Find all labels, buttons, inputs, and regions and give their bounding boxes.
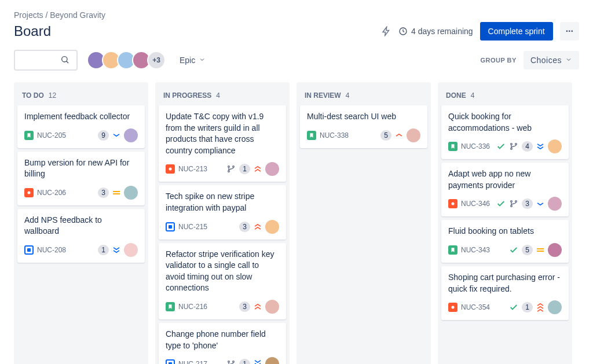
issue-title: Shoping cart purchasing error - quick fi… xyxy=(448,272,562,295)
search-input-wrapper[interactable] xyxy=(14,50,78,71)
epic-filter-dropdown[interactable]: Epic xyxy=(175,52,210,68)
svg-point-3 xyxy=(169,168,172,171)
more-actions-button[interactable]: ··· xyxy=(560,22,579,41)
priority-icon xyxy=(536,203,544,205)
story-issue-icon xyxy=(166,302,175,311)
assignee-avatar[interactable] xyxy=(265,300,279,314)
priority-icon xyxy=(254,304,262,310)
avatar-overflow-button[interactable]: +3 xyxy=(147,51,166,69)
issue-key: NUC-208 xyxy=(37,246,66,254)
assignee-avatar[interactable] xyxy=(407,128,420,142)
search-input[interactable] xyxy=(20,56,60,65)
column-title: DONE xyxy=(446,91,466,100)
priority-icon xyxy=(112,134,120,137)
story-points-badge: 5 xyxy=(522,245,533,255)
assignee-avatar[interactable] xyxy=(265,357,279,364)
column-count: 12 xyxy=(49,91,56,100)
assignee-avatar[interactable] xyxy=(548,139,562,153)
complete-sprint-button[interactable]: Complete sprint xyxy=(480,22,553,41)
assignee-avatar[interactable] xyxy=(548,243,562,257)
issue-card[interactable]: Multi-dest search UI webNUC-3385 xyxy=(300,105,427,148)
breadcrumb: Projects / Beyond Gravity xyxy=(14,10,579,20)
issue-title: Fluid booking on tablets xyxy=(448,226,562,237)
svg-point-14 xyxy=(511,201,513,203)
branch-icon xyxy=(226,164,236,174)
issue-card[interactable]: Change phone number field type to 'phone… xyxy=(159,323,286,364)
issue-title: Add NPS feedback to wallboard xyxy=(24,215,138,237)
column-title: TO DO xyxy=(22,91,44,100)
svg-point-16 xyxy=(515,201,517,203)
story-points-badge: 3 xyxy=(522,198,533,209)
task-issue-icon xyxy=(24,245,34,255)
story-issue-icon xyxy=(24,131,34,140)
time-remaining: 4 days remaining xyxy=(398,27,473,36)
epic-filter-label: Epic xyxy=(180,56,195,65)
kanban-board: TO DO12Implement feedback collectorNUC-2… xyxy=(14,82,579,364)
priority-icon xyxy=(112,190,120,196)
filter-row: +3 Epic GROUP BY Choices xyxy=(14,50,579,71)
issue-card[interactable]: Tech spike on new stripe integration wit… xyxy=(159,185,286,239)
issue-card[interactable]: Update T&C copy with v1.9 from the write… xyxy=(159,105,286,182)
page-header: Board 4 days remaining Complete sprint ·… xyxy=(14,22,579,41)
column-header: TO DO12 xyxy=(17,88,145,105)
bug-issue-icon xyxy=(166,164,175,174)
branch-icon xyxy=(226,359,236,364)
group-by-label: GROUP BY xyxy=(480,57,516,64)
issue-title: Quick booking for accommodations - web xyxy=(448,111,562,134)
check-icon xyxy=(509,303,518,312)
assignee-avatar[interactable] xyxy=(265,220,279,234)
svg-point-5 xyxy=(228,171,230,172)
chevron-down-icon xyxy=(565,56,572,65)
header-actions: 4 days remaining Complete sprint ··· xyxy=(381,22,579,41)
issue-key: NUC-217 xyxy=(178,360,207,364)
board-column: IN PROGRESS4Update T&C copy with v1.9 fr… xyxy=(155,82,290,364)
svg-point-4 xyxy=(228,166,230,168)
page-title: Board xyxy=(14,23,51,39)
column-count: 4 xyxy=(471,91,475,100)
issue-key: NUC-346 xyxy=(461,200,490,208)
issue-title: Tech spike on new stripe integration wit… xyxy=(166,191,279,214)
issue-card[interactable]: Add NPS feedback to wallboardNUC-2081 xyxy=(17,209,145,263)
story-points-badge: 5 xyxy=(380,130,391,141)
issue-card[interactable]: Adapt web app no new payments providerNU… xyxy=(441,163,569,216)
issue-key: NUC-354 xyxy=(461,303,490,311)
assignee-filter-avatars: +3 xyxy=(87,51,166,69)
breadcrumb-child[interactable]: Beyond Gravity xyxy=(50,10,105,20)
bug-issue-icon xyxy=(24,188,34,197)
assignee-avatar[interactable] xyxy=(124,186,138,200)
issue-key: NUC-338 xyxy=(320,131,349,139)
priority-icon xyxy=(395,134,403,137)
story-points-badge: 3 xyxy=(98,187,109,198)
check-icon xyxy=(496,142,506,151)
bolt-icon[interactable] xyxy=(381,26,391,36)
group-by-control: GROUP BY Choices xyxy=(480,51,579,69)
breadcrumb-parent[interactable]: Projects xyxy=(14,10,43,20)
svg-point-17 xyxy=(452,306,455,309)
assignee-avatar[interactable] xyxy=(548,197,562,211)
svg-point-2 xyxy=(28,191,31,194)
column-header: DONE4 xyxy=(441,88,569,105)
story-points-badge: 4 xyxy=(522,141,533,152)
group-by-select[interactable]: Choices xyxy=(524,51,579,69)
svg-point-9 xyxy=(233,361,235,363)
issue-card[interactable]: Implement feedback collectorNUC-2059 xyxy=(17,105,145,148)
bug-issue-icon xyxy=(448,199,457,208)
issue-card[interactable]: Bump version for new API for billingNUC-… xyxy=(17,152,145,205)
assignee-avatar[interactable] xyxy=(265,162,279,176)
svg-point-11 xyxy=(511,148,513,150)
svg-point-6 xyxy=(233,166,235,168)
branch-icon xyxy=(509,199,518,208)
issue-key: NUC-213 xyxy=(178,165,207,173)
board-column: TO DO12Implement feedback collectorNUC-2… xyxy=(14,82,148,364)
assignee-avatar[interactable] xyxy=(124,128,138,142)
issue-card[interactable]: Fluid booking on tabletsNUC-3435 xyxy=(441,220,569,263)
issue-title: Multi-dest search UI web xyxy=(307,111,420,123)
issue-card[interactable]: Refactor stripe verification key validat… xyxy=(159,243,286,319)
chevron-down-icon xyxy=(199,56,206,65)
issue-card[interactable]: Quick booking for accommodations - webNU… xyxy=(441,105,569,159)
priority-icon xyxy=(254,360,262,364)
issue-card[interactable]: Shoping cart purchasing error - quick fi… xyxy=(441,266,569,320)
svg-point-15 xyxy=(511,205,513,207)
assignee-avatar[interactable] xyxy=(548,300,562,314)
assignee-avatar[interactable] xyxy=(124,243,138,257)
